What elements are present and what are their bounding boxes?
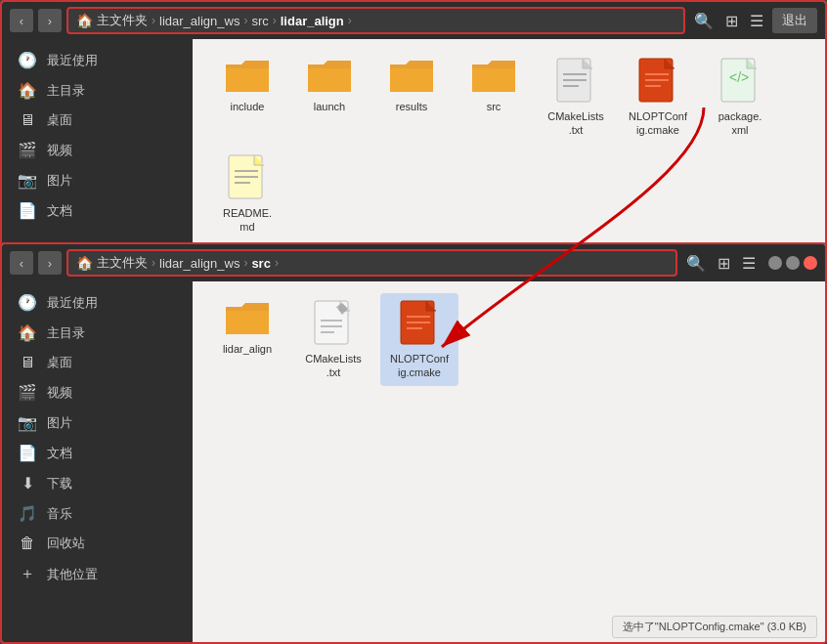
lower-sidebar-video[interactable]: 🎬 视频 bbox=[2, 377, 193, 408]
file-src-upper[interactable]: src bbox=[455, 51, 533, 144]
lower-sidebar-recent-label: 最近使用 bbox=[47, 294, 98, 312]
doc-icon-readme bbox=[227, 153, 268, 202]
breadcrumb-home[interactable]: 主文件夹 bbox=[97, 12, 148, 29]
doc-icon-package: </> bbox=[719, 57, 761, 106]
file-label-nlopt-lower: NLOPTConfig.cmake bbox=[390, 352, 449, 380]
minimize-button[interactable] bbox=[768, 256, 782, 270]
breadcrumb-ws[interactable]: lidar_align_ws bbox=[159, 14, 239, 28]
lower-toolbar: 🔍 ⊞ ☰ bbox=[682, 252, 760, 275]
lower-breadcrumb-src[interactable]: src bbox=[251, 256, 271, 271]
svg-text:</>: </> bbox=[729, 69, 749, 85]
search-button[interactable]: 🔍 bbox=[690, 10, 718, 32]
breadcrumb-current[interactable]: lidar_align bbox=[281, 14, 344, 28]
lower-sidebar-recent[interactable]: 🕐 最近使用 bbox=[2, 287, 193, 318]
maximize-button[interactable] bbox=[786, 256, 800, 270]
lower-recent-icon: 🕐 bbox=[18, 293, 37, 312]
file-label-cmake-lower: CMakeLists.txt bbox=[305, 352, 361, 380]
folder-icon-results bbox=[388, 57, 435, 96]
lower-sidebar-home-label: 主目录 bbox=[47, 324, 85, 342]
sidebar-photo-label: 图片 bbox=[47, 172, 72, 190]
lower-sidebar-home[interactable]: 🏠 主目录 bbox=[2, 318, 193, 348]
sidebar-photo[interactable]: 📷 图片 bbox=[2, 165, 193, 195]
forward-button[interactable]: › bbox=[38, 9, 62, 32]
lower-breadcrumb-ws[interactable]: lidar_align_ws bbox=[159, 256, 239, 271]
file-results[interactable]: results bbox=[372, 51, 451, 144]
lower-other-icon: ＋ bbox=[18, 564, 37, 584]
back-button[interactable]: ‹ bbox=[10, 9, 33, 32]
sidebar-docs[interactable]: 📄 文档 bbox=[2, 195, 193, 226]
menu-button[interactable]: ☰ bbox=[746, 10, 767, 32]
lower-home-icon2: 🏠 bbox=[18, 323, 37, 342]
lower-sidebar-video-label: 视频 bbox=[47, 384, 72, 402]
lower-breadcrumb-home[interactable]: 主文件夹 bbox=[97, 254, 148, 272]
folder-icon-lidar bbox=[224, 299, 271, 338]
sidebar-home[interactable]: 🏠 主目录 bbox=[2, 75, 193, 106]
file-cmake-upper[interactable]: CMakeLists.txt bbox=[537, 51, 615, 144]
file-include[interactable]: include bbox=[208, 51, 286, 144]
close-button[interactable] bbox=[804, 256, 817, 270]
folder-icon-include bbox=[224, 57, 271, 96]
lower-back-button[interactable]: ‹ bbox=[10, 251, 33, 275]
sidebar-home-label: 主目录 bbox=[47, 82, 85, 100]
file-nlopt-upper[interactable]: NLOPTConfig.cmake bbox=[619, 51, 697, 144]
lower-sidebar-music[interactable]: 🎵 音乐 bbox=[2, 498, 193, 529]
breadcrumb-src[interactable]: src bbox=[251, 14, 268, 28]
upper-toolbar: 🔍 ⊞ ☰ bbox=[690, 10, 767, 32]
lower-sidebar-desktop-label: 桌面 bbox=[47, 354, 72, 371]
file-label-cmake-upper: CMakeLists.txt bbox=[547, 109, 603, 138]
lower-trash-icon: 🗑 bbox=[18, 535, 37, 552]
file-readme[interactable]: README.md bbox=[208, 148, 286, 240]
sidebar-recent-label: 最近使用 bbox=[47, 52, 98, 69]
sidebar-recent[interactable]: 🕐 最近使用 bbox=[2, 45, 193, 75]
lower-sidebar-trash[interactable]: 🗑 回收站 bbox=[2, 529, 193, 558]
file-cmake-lower[interactable]: CMakeLists.txt bbox=[294, 293, 372, 386]
file-label-launch: launch bbox=[314, 100, 345, 113]
lower-menu-button[interactable]: ☰ bbox=[738, 252, 760, 275]
file-label-include: include bbox=[231, 100, 265, 113]
doc-icon-cmake-upper bbox=[555, 57, 596, 106]
lower-sidebar-music-label: 音乐 bbox=[47, 505, 72, 523]
file-package[interactable]: </> package.xml bbox=[701, 51, 779, 144]
lower-sidebar-docs[interactable]: 📄 文档 bbox=[2, 438, 193, 468]
status-bar: 选中了"NLOPTConfig.cmake" (3.0 KB) bbox=[612, 616, 817, 638]
lower-forward-button[interactable]: › bbox=[38, 251, 62, 275]
lower-sidebar-downloads-label: 下载 bbox=[47, 475, 72, 493]
file-label-results: results bbox=[396, 100, 427, 113]
lower-view-button[interactable]: ⊞ bbox=[714, 252, 734, 275]
lower-sidebar-other[interactable]: ＋ 其他位置 bbox=[2, 558, 193, 590]
upper-file-manager: ‹ › 🏠 主文件夹 › lidar_align_ws › src › lida… bbox=[0, 0, 827, 252]
view-button[interactable]: ⊞ bbox=[721, 10, 742, 32]
lower-desktop-icon: 🖥 bbox=[18, 354, 37, 371]
lower-music-icon: 🎵 bbox=[18, 504, 37, 523]
photo-icon: 📷 bbox=[18, 171, 37, 190]
upper-breadcrumb: 🏠 主文件夹 › lidar_align_ws › src › lidar_al… bbox=[66, 7, 685, 34]
lower-sidebar-other-label: 其他位置 bbox=[47, 566, 98, 583]
lower-sidebar-docs-label: 文档 bbox=[47, 445, 72, 462]
desktop-icon: 🖥 bbox=[18, 111, 37, 129]
lower-search-button[interactable]: 🔍 bbox=[682, 252, 710, 275]
window-controls bbox=[768, 256, 817, 270]
doc-icon-nlopt-upper bbox=[637, 57, 678, 106]
lower-breadcrumb: 🏠 主文件夹 › lidar_align_ws › src › bbox=[66, 249, 677, 277]
sidebar-video[interactable]: 🎬 视频 bbox=[2, 135, 193, 165]
lower-sidebar-desktop[interactable]: 🖥 桌面 bbox=[2, 348, 193, 377]
lower-downloads-icon: ⬇ bbox=[18, 474, 37, 493]
folder-icon-launch bbox=[306, 57, 353, 96]
upper-files-area: include launch results bbox=[193, 39, 825, 250]
file-launch[interactable]: launch bbox=[290, 51, 369, 144]
lower-titlebar: ‹ › 🏠 主文件夹 › lidar_align_ws › src › 🔍 ⊞ … bbox=[2, 244, 825, 281]
lower-sidebar-downloads[interactable]: ⬇ 下载 bbox=[2, 468, 193, 498]
sidebar-desktop-label: 桌面 bbox=[47, 111, 72, 129]
exit-button[interactable]: 退出 bbox=[772, 8, 817, 33]
file-label-src-upper: src bbox=[487, 100, 501, 113]
folder-icon-src-upper bbox=[470, 57, 517, 96]
docs-icon: 📄 bbox=[18, 201, 37, 220]
lower-sidebar-photo[interactable]: 📷 图片 bbox=[2, 408, 193, 438]
sidebar-desktop[interactable]: 🖥 桌面 bbox=[2, 106, 193, 135]
status-text: 选中了"NLOPTConfig.cmake" (3.0 KB) bbox=[623, 621, 806, 632]
file-nlopt-lower[interactable]: NLOPTConfig.cmake bbox=[380, 293, 458, 386]
file-label-package: package.xml bbox=[718, 109, 762, 138]
file-label-nlopt-upper: NLOPTConfig.cmake bbox=[629, 109, 687, 138]
lower-content: 🕐 最近使用 🏠 主目录 🖥 桌面 🎬 视频 📷 图片 bbox=[2, 281, 825, 642]
file-lidar-align[interactable]: lidar_align bbox=[208, 293, 286, 386]
